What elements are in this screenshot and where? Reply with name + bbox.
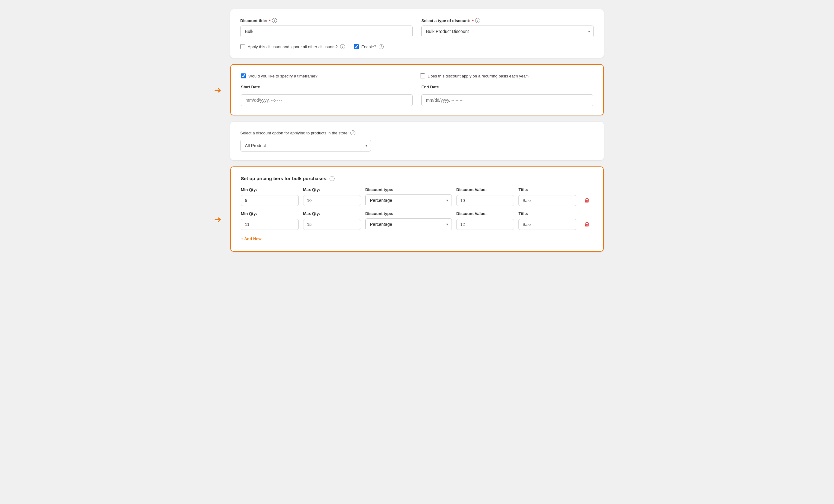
- discount-type-select[interactable]: Bulk Product Discount Order Discount Pro…: [421, 25, 594, 37]
- ignore-discounts-info-icon[interactable]: i: [340, 44, 345, 49]
- discount-type-text: Select a type of discount:: [421, 18, 470, 23]
- tier-1-delete-button[interactable]: [581, 196, 593, 204]
- tier-1-title-input[interactable]: [519, 195, 576, 206]
- tier-1-discount-type-select[interactable]: Percentage Fixed Amount: [365, 194, 452, 206]
- recurring-basis-checkbox-item[interactable]: Does this discount apply on a recurring …: [420, 73, 593, 79]
- tier-1-discount-type-wrapper: Percentage Fixed Amount ▾: [365, 194, 452, 206]
- end-date-input[interactable]: [421, 94, 593, 106]
- enable-checkbox[interactable]: [354, 44, 359, 49]
- tier-1-min-qty-input[interactable]: [241, 195, 299, 206]
- ignore-discounts-label: Apply this discount and ignore all other…: [248, 44, 338, 49]
- pricing-tiers-info-icon[interactable]: i: [330, 176, 334, 181]
- end-date-group: End Date: [421, 85, 593, 106]
- enable-checkbox-item[interactable]: Enable? i: [354, 44, 384, 49]
- product-option-label: Select a discount option for applying to…: [240, 130, 594, 135]
- tier-2-max-qty-header: Max Qty:: [303, 211, 361, 216]
- timeframe-card: Would you like to specify a timeframe? D…: [230, 64, 604, 115]
- ignore-discounts-checkbox-item[interactable]: Apply this discount and ignore all other…: [240, 44, 345, 49]
- discount-title-info-icon[interactable]: i: [272, 18, 277, 23]
- required-dot-2: •: [472, 18, 474, 23]
- add-new-label: + Add New: [241, 237, 261, 241]
- tier-2-title-header: Title:: [519, 211, 576, 216]
- start-date-group: Start Date: [241, 85, 413, 106]
- ignore-discounts-checkbox[interactable]: [240, 44, 245, 49]
- timeframe-arrow-indicator: ➜: [214, 85, 221, 95]
- title-header: Title:: [519, 187, 576, 192]
- tier-2-discount-type-wrapper: Percentage Fixed Amount ▾: [365, 218, 452, 230]
- tier-1-discount-value-input[interactable]: [456, 195, 514, 206]
- discount-value-header: Discount Value:: [456, 187, 514, 192]
- start-date-label: Start Date: [241, 85, 413, 89]
- pricing-arrow-indicator: ➜: [214, 214, 221, 224]
- tier-2-min-qty-input[interactable]: [241, 219, 299, 230]
- end-date-label: End Date: [421, 85, 593, 89]
- max-qty-header: Max Qty:: [303, 187, 361, 192]
- tier-2-title-input[interactable]: [519, 219, 576, 230]
- tier-2-delete-button[interactable]: [581, 220, 593, 228]
- enable-info-icon[interactable]: i: [379, 44, 384, 49]
- product-option-info-icon[interactable]: i: [350, 130, 355, 135]
- discount-title-label: Discount title: • i: [240, 18, 413, 23]
- enable-label: Enable?: [361, 44, 376, 49]
- tier-2-min-qty-header: Min Qty:: [241, 211, 299, 216]
- product-option-card: Select a discount option for applying to…: [230, 122, 604, 160]
- pricing-tiers-card: Set up pricing tiers for bulk purchases:…: [230, 167, 604, 252]
- add-new-button[interactable]: + Add New: [241, 235, 261, 242]
- tier-2-discount-type-select[interactable]: Percentage Fixed Amount: [365, 218, 452, 230]
- tier-2-discount-type-header: Discount type:: [365, 211, 452, 216]
- discount-type-label: Select a type of discount: • i: [421, 18, 594, 23]
- discount-type-info-icon[interactable]: i: [475, 18, 480, 23]
- pricing-tiers-title: Set up pricing tiers for bulk purchases:…: [241, 176, 593, 181]
- product-option-label-text: Select a discount option for applying to…: [240, 131, 349, 135]
- tier-2-discount-value-input[interactable]: [456, 219, 514, 230]
- specify-timeframe-checkbox-item[interactable]: Would you like to specify a timeframe?: [241, 73, 414, 79]
- recurring-basis-label: Does this discount apply on a recurring …: [427, 74, 529, 79]
- table-row: Percentage Fixed Amount ▾: [241, 218, 593, 230]
- tier-2-max-qty-input[interactable]: [303, 219, 361, 230]
- required-dot: •: [269, 18, 271, 23]
- min-qty-header: Min Qty:: [241, 187, 299, 192]
- discount-title-text: Discount title:: [240, 18, 267, 23]
- product-option-select[interactable]: All Product Specific Products Specific C…: [240, 140, 371, 152]
- recurring-basis-checkbox[interactable]: [420, 73, 425, 79]
- tier-2-header-row: Min Qty: Max Qty: Discount type: Discoun…: [241, 211, 593, 216]
- specify-timeframe-label: Would you like to specify a timeframe?: [248, 74, 317, 79]
- discount-title-input[interactable]: [240, 25, 413, 37]
- pricing-tiers-title-text: Set up pricing tiers for bulk purchases:: [241, 176, 328, 181]
- tier-1-max-qty-input[interactable]: [303, 195, 361, 206]
- discount-title-group: Discount title: • i: [240, 18, 413, 37]
- discount-type-group: Select a type of discount: • i Bulk Prod…: [421, 18, 594, 37]
- discount-type-header: Discount type:: [365, 187, 452, 192]
- start-date-input[interactable]: [241, 94, 413, 106]
- discount-type-select-wrapper: Bulk Product Discount Order Discount Pro…: [421, 25, 594, 37]
- table-row: Percentage Fixed Amount ▾: [241, 194, 593, 206]
- tier-2-discount-value-header: Discount Value:: [456, 211, 514, 216]
- tier-header-row: Min Qty: Max Qty: Discount type: Discoun…: [241, 187, 593, 192]
- specify-timeframe-checkbox[interactable]: [241, 73, 246, 79]
- product-option-select-wrapper: All Product Specific Products Specific C…: [240, 140, 371, 152]
